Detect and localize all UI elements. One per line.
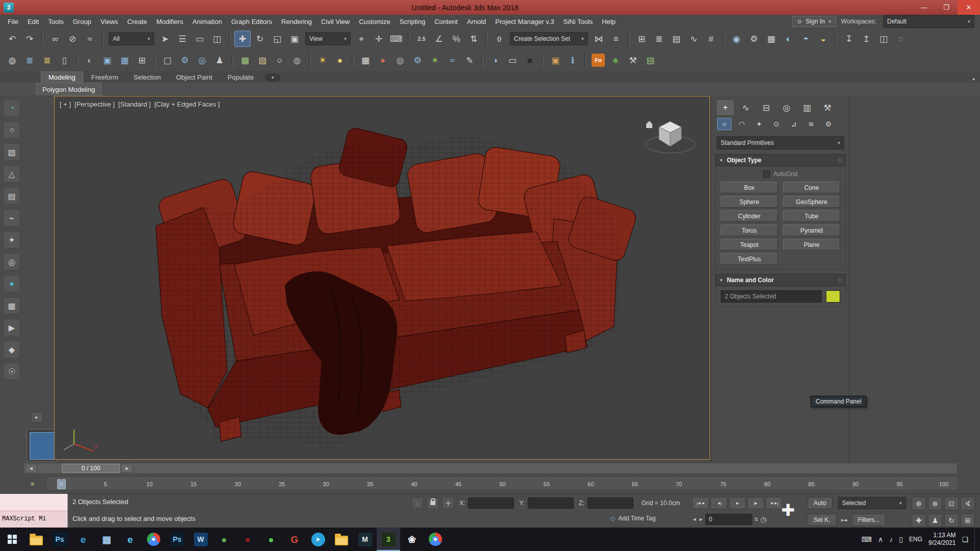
object-type-pyramid-button[interactable]: Pyramid: [783, 224, 840, 236]
sini-pyramid-icon[interactable]: △: [3, 165, 20, 183]
ribbon-display-toggle[interactable]: ▾: [265, 73, 280, 82]
target-icon[interactable]: ◎: [392, 52, 408, 68]
menu-item-arnold[interactable]: Arnold: [462, 15, 491, 28]
render-iterative-icon[interactable]: ◓: [798, 31, 814, 47]
menu-item-tools[interactable]: Tools: [43, 15, 68, 28]
battery-icon[interactable]: ▯: [899, 535, 903, 543]
zoom-all-icon[interactable]: ⊛: [928, 497, 942, 510]
ribbon-tab-modeling[interactable]: Modeling: [41, 71, 83, 83]
mirror-icon[interactable]: ⋈: [591, 31, 607, 47]
hammer-icon[interactable]: ⚒: [625, 52, 641, 68]
set-key-button[interactable]: Set K.: [807, 514, 837, 526]
sini-play-icon[interactable]: ▶: [3, 319, 20, 336]
select-and-manipulate-icon[interactable]: ✛: [371, 31, 387, 47]
dark-cube-icon[interactable]: ■: [522, 52, 538, 68]
object-type-tube-button[interactable]: Tube: [783, 210, 840, 222]
rectangular-selection-region-icon[interactable]: ▭: [191, 31, 208, 47]
sini-feather-icon[interactable]: ⌁: [3, 209, 20, 227]
start-button[interactable]: [0, 528, 24, 551]
object-type-torus-button[interactable]: Torus: [721, 224, 778, 236]
select-object-icon[interactable]: ➤: [157, 31, 173, 47]
menu-item-graph-editors[interactable]: Graph Editors: [227, 15, 277, 28]
absolute-mode-toggle[interactable]: ✛: [442, 497, 454, 509]
box-green-icon[interactable]: ▩: [237, 52, 253, 68]
grid-toggle-icon[interactable]: ▦: [116, 52, 133, 68]
next-frame-button[interactable]: |►: [747, 497, 764, 509]
spinner-snap-icon[interactable]: ⇅: [465, 31, 482, 47]
object-type-box-button[interactable]: Box: [721, 182, 778, 193]
import-file-icon[interactable]: ↧: [841, 31, 857, 47]
current-frame-field[interactable]: 0: [705, 514, 752, 525]
ruler-strip[interactable]: 0510152025303540455055606570758085909510…: [47, 478, 958, 491]
helpers-category[interactable]: ⊿: [787, 118, 801, 130]
g-app-icon[interactable]: G: [283, 528, 306, 551]
viewport-layout-tab[interactable]: [27, 429, 57, 462]
render-production-icon[interactable]: ◐: [780, 31, 797, 47]
menu-item-create[interactable]: Create: [122, 15, 152, 28]
sini-circle-icon[interactable]: ○: [3, 121, 20, 139]
bind-to-space-warp-icon[interactable]: ≈: [82, 31, 98, 47]
menu-item-file[interactable]: File: [3, 15, 23, 28]
workspace-dropdown[interactable]: Default ▼: [883, 15, 974, 28]
track-bar-options-icon[interactable]: ≡: [31, 480, 35, 488]
perspective-viewport[interactable]: [ + ][Perspective ][Standard ][Clay + Ed…: [54, 96, 710, 460]
geometry-category[interactable]: ○: [717, 118, 731, 130]
modify-tab[interactable]: ∿: [738, 101, 754, 115]
viewcube[interactable]: [642, 114, 698, 160]
menu-item-rendering[interactable]: Rendering: [277, 15, 316, 28]
ribbon-tab-object-paint[interactable]: Object Paint: [169, 72, 219, 83]
photoshop-icon[interactable]: Ps: [48, 528, 71, 551]
utilities-tab[interactable]: ⚒: [819, 101, 836, 115]
space-warps-category[interactable]: ≋: [804, 118, 818, 130]
previous-frame-arrow[interactable]: ◄: [25, 464, 37, 473]
sini-pages-icon[interactable]: ▤: [3, 187, 20, 205]
flower-icon[interactable]: ❀: [400, 528, 424, 551]
wind-icon[interactable]: ◎: [194, 52, 210, 68]
viewport-general-menu[interactable]: [ + ]: [60, 101, 71, 108]
chrome-icon[interactable]: [142, 528, 165, 551]
reference-coordinate-dropdown[interactable]: View▼: [305, 32, 351, 45]
viewcube-home-icon[interactable]: [646, 121, 652, 128]
percent-snap-icon[interactable]: %: [448, 31, 464, 47]
motion-tab[interactable]: ◎: [778, 101, 795, 115]
next-frame-arrow[interactable]: ►: [121, 464, 133, 473]
shaded-sphere-icon[interactable]: ◐: [82, 52, 98, 68]
snapshot-icon[interactable]: ◍: [4, 52, 20, 68]
menu-item-project-manager-v-3[interactable]: Project Manager v.3: [491, 15, 558, 28]
autogrid-checkbox[interactable]: [763, 170, 770, 178]
z-coordinate-field[interactable]: [587, 497, 633, 509]
system-gears-icon[interactable]: ⚙: [177, 52, 193, 68]
sofa-wireframe-model[interactable]: [55, 96, 709, 459]
taskbar-clock[interactable]: 1:13 AM 9/24/2021: [928, 532, 955, 547]
undo-icon[interactable]: ↶: [4, 31, 20, 47]
forest-pack-icon[interactable]: Fn: [592, 54, 605, 67]
orbit-icon[interactable]: ↻: [944, 514, 959, 527]
maxscript-listener-row[interactable]: [0, 494, 67, 511]
snaps-toggle-icon[interactable]: 2.5: [413, 31, 430, 47]
toggle-scene-explorer-icon[interactable]: ⊞: [633, 31, 650, 47]
language-indicator[interactable]: ENG: [909, 536, 922, 543]
play-button[interactable]: ►: [729, 497, 746, 509]
edit-named-selection-sets-icon[interactable]: {}: [491, 31, 507, 47]
time-slider-track[interactable]: ◄ 0 / 100 ►: [23, 463, 958, 474]
telegram-icon[interactable]: ➤: [306, 528, 330, 551]
edge-icon[interactable]: e: [71, 528, 95, 551]
menu-item-edit[interactable]: Edit: [23, 15, 43, 28]
activeshade-icon[interactable]: ◒: [815, 31, 831, 47]
action-center-icon[interactable]: ❏: [962, 535, 968, 543]
mushroom-icon[interactable]: ●: [259, 528, 283, 551]
menu-item-group[interactable]: Group: [68, 15, 96, 28]
internet-explorer-icon[interactable]: e: [118, 528, 142, 551]
keyboard-shortcut-override-icon[interactable]: ⌨: [388, 31, 404, 47]
object-type-textplus-button[interactable]: TextPlus: [721, 253, 778, 265]
walk-through-icon[interactable]: ♟: [928, 514, 942, 527]
minimize-button[interactable]: —: [913, 0, 935, 15]
hidden-icons-chevron[interactable]: ∧: [878, 535, 883, 543]
display-tab[interactable]: ▥: [799, 101, 815, 115]
object-type-geosphere-button[interactable]: GeoSphere: [783, 196, 840, 208]
create-tab[interactable]: +: [717, 101, 733, 115]
window-crossing-icon[interactable]: ◫: [209, 31, 225, 47]
sini-teapot-icon[interactable]: ◆: [3, 341, 20, 358]
viewport-pov-menu[interactable]: [Perspective ]: [75, 101, 115, 108]
menu-item-customize[interactable]: Customize: [354, 15, 395, 28]
